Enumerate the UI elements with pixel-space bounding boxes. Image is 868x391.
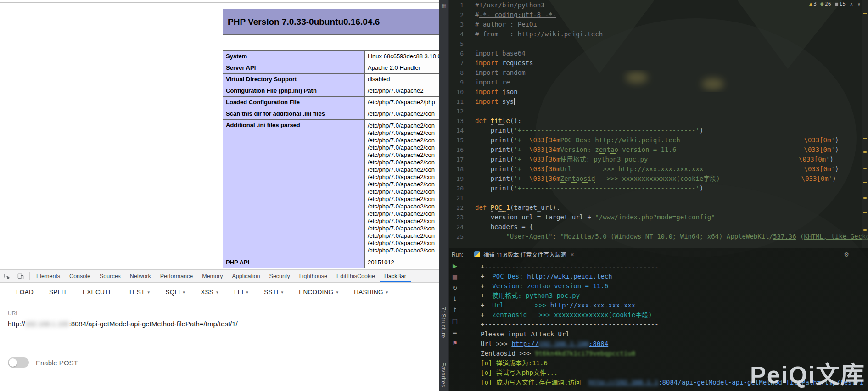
structure-tool-button[interactable]: 7: Structure [440, 307, 447, 338]
console-link[interactable]: http://wiki.peiqi.tech [527, 273, 612, 280]
code-token: def [475, 204, 491, 211]
run-hide-panel-icon[interactable]: — [856, 251, 862, 258]
code-token: \033[34m [529, 136, 560, 144]
code-line: import requests [475, 58, 862, 68]
ini-file-path: /etc/php/7.0/apache2/con [368, 247, 439, 254]
code-token [703, 165, 804, 173]
phpinfo-header: PHP Version 7.0.33-0ubuntu0.16.04.6 [223, 9, 439, 35]
code-token: ) [835, 136, 839, 144]
line-number: 7 [449, 58, 475, 68]
inspection-counts: ▲3●26■15 [809, 1, 846, 7]
pin-icon[interactable]: ⚑ [451, 339, 459, 347]
php-row-value: Apache 2.0 Handler [365, 62, 439, 74]
php-row-value: /etc/php/7.0/apache2/con/etc/php/7.0/apa… [365, 120, 439, 257]
code-token: ) [700, 184, 703, 192]
hackbar-item-label: SQLI [165, 289, 180, 296]
soft-wrap-icon[interactable]: ≡ [451, 328, 459, 336]
url-input-underline [0, 333, 439, 333]
code-token: \033[34m [529, 146, 560, 153]
code-token: >>> xxxxxxxxxxxxxx(cookie字段) [595, 175, 801, 182]
warning-number: 3 [813, 1, 817, 7]
devtools-tab-sources[interactable]: Sources [95, 270, 125, 282]
scroll-to-end-icon[interactable]: ↓ [451, 295, 459, 303]
hackbar-item-label: LFI [234, 289, 243, 296]
php-row: PHP API20151012 [223, 257, 439, 268]
php-row-value: 20151012 [365, 257, 439, 268]
typo-icon: ■ [835, 2, 839, 6]
code-token: print( [475, 156, 514, 163]
hackbar-item-load[interactable]: LOAD [8, 289, 41, 296]
devtools-tab-memory[interactable]: Memory [197, 270, 227, 282]
ini-file-path: /etc/php/7.0/apache2/con [368, 129, 439, 137]
console-link[interactable]: http://192.168.1.1 [588, 379, 658, 386]
devtools-tab-application[interactable]: Application [227, 270, 264, 282]
console-link[interactable]: http:// [511, 340, 538, 347]
hackbar-item-test[interactable]: TEST▾ [121, 289, 158, 296]
line-number: 23 [449, 212, 475, 222]
devtools-tab-hackbar[interactable]: HackBar [380, 270, 411, 282]
enable-post-row: Enable POST [8, 357, 78, 368]
devtools-tab-performance[interactable]: Performance [156, 270, 198, 282]
code-token: \033[36m [529, 165, 560, 173]
code-token: title [491, 117, 510, 125]
prev-problem-icon[interactable]: ∧ [850, 1, 853, 6]
console-link[interactable]: http://xxx.xxx.xxx.xxx [550, 302, 635, 309]
code-line: def POC_1(target_url): [475, 203, 862, 212]
hackbar-item-label: ENCODING [299, 289, 333, 296]
code-editor[interactable]: 1234567891011121314151617181920212223242… [449, 0, 868, 248]
device-toolbar-icon[interactable] [14, 270, 28, 282]
line-number: 24 [449, 222, 475, 232]
devtools-tab-security[interactable]: Security [265, 270, 295, 282]
code-token: getconfig [676, 213, 711, 221]
ini-file-path: /etc/php/7.0/apache2/con [368, 151, 439, 159]
run-settings-gear-icon[interactable]: ⚙ [844, 251, 849, 258]
console-text: 使用格式: python3 poc.py [492, 292, 580, 299]
code-token: (target_url): [510, 204, 560, 211]
hackbar-item-encoding[interactable]: ENCODING▾ [291, 289, 346, 296]
code-token: Url >>> [560, 165, 618, 173]
devtools-tab-lighthouse[interactable]: Lighthouse [295, 270, 332, 282]
favorites-tool-button[interactable]: Favorites [440, 363, 447, 387]
console-text: 9t6kn4kd7k1ci79vebqpcctiu8 [535, 350, 635, 357]
code-token: '+ [514, 175, 529, 182]
line-number: 9 [449, 78, 475, 87]
code-lines[interactable]: #!/usr/bin/python3#-*- coding:utf-8 -*-#… [475, 0, 862, 241]
hackbar-item-ssti[interactable]: SSTI▾ [256, 289, 291, 296]
url-input[interactable]: http://192.168.1.100:8084/api-getModel-a… [8, 320, 238, 328]
url-prefix: http:// [8, 320, 25, 328]
console-link[interactable]: :8084 [589, 340, 608, 347]
run-tab-title[interactable]: 禅道 11.6版本 任意文件写入漏洞 [483, 250, 566, 259]
stop-icon[interactable]: ■ [451, 273, 459, 281]
monitor-icon[interactable]: ▤ [451, 317, 459, 325]
php-row-label: Server API [223, 62, 365, 74]
console-link[interactable]: 192.168.1.100 [538, 340, 589, 347]
warning-count: ▲3 [809, 1, 817, 7]
inspect-element-icon[interactable] [0, 270, 14, 282]
hackbar-item-execute[interactable]: EXECUTE [75, 289, 121, 296]
weak-warning-icon: ● [820, 1, 824, 6]
run-tab-close-icon[interactable]: × [571, 251, 574, 258]
code-token: import random [475, 69, 526, 76]
devtools-tab-network[interactable]: Network [125, 270, 156, 282]
ini-file-path: /etc/php/7.0/apache2/con [368, 166, 439, 173]
restart-icon[interactable]: ↻ [451, 284, 459, 292]
hackbar-item-lfi[interactable]: LFI▾ [226, 289, 256, 296]
devtools-tab-console[interactable]: Console [65, 270, 95, 282]
hackbar-item-split[interactable]: SPLIT [41, 289, 75, 296]
inspections-widget[interactable]: ▲3●26■15 ∧ ∨ [809, 0, 861, 7]
code-token: def [475, 117, 491, 124]
code-token: '+ [514, 165, 529, 173]
next-problem-icon[interactable]: ∨ [857, 1, 861, 6]
devtools-tab-elements[interactable]: Elements [32, 270, 65, 282]
hackbar-item-hashing[interactable]: HASHING▾ [346, 289, 396, 296]
hackbar-item-xss[interactable]: XSS▾ [193, 289, 226, 296]
scroll-to-top-icon[interactable]: ↑ [451, 306, 459, 314]
project-tool-icon[interactable]: ▦ [439, 0, 449, 11]
rerun-icon[interactable]: ▶ [451, 262, 459, 270]
hackbar-item-sqli[interactable]: SQLI▾ [157, 289, 193, 296]
console-line: +---------------------------------------… [481, 320, 863, 330]
devtools-tab-editthiscookie[interactable]: EditThisCookie [332, 270, 380, 282]
error-stripe-scrollbar[interactable] [862, 0, 868, 248]
line-number: 25 [449, 232, 475, 241]
enable-post-toggle[interactable] [8, 357, 29, 368]
